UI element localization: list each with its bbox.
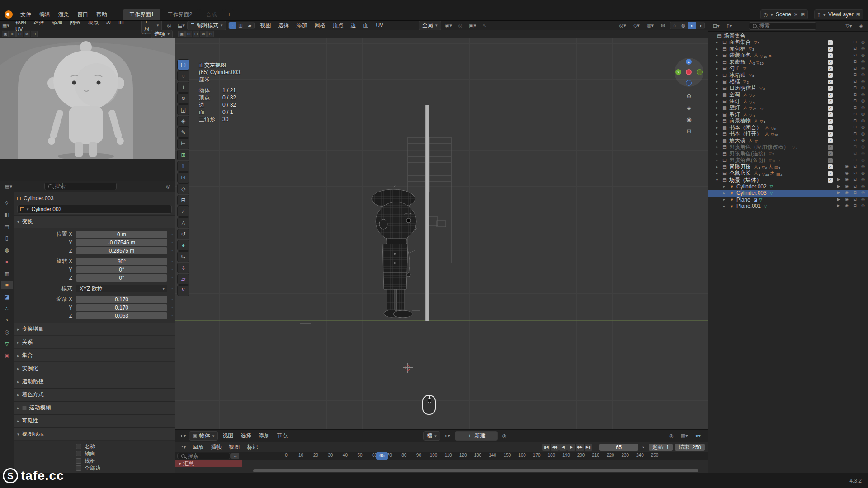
topbar-menu[interactable]: 渲染 (54, 10, 73, 19)
render-disable-icon[interactable]: ◎ (859, 66, 867, 71)
tool-option-button[interactable]: ⊡ (207, 31, 214, 37)
checkbox[interactable]: ✓ (76, 451, 81, 456)
viewport-menu[interactable]: 选择 (274, 21, 292, 29)
falloff-icon[interactable]: ∿ (480, 23, 489, 28)
workspace-tab[interactable]: 工作界面1 (123, 9, 160, 20)
expand-arrow[interactable]: ▸ (716, 119, 722, 123)
tool-button[interactable]: ∕ (177, 206, 189, 217)
expand-arrow[interactable]: ▸ (716, 132, 722, 136)
exclude-checkbox[interactable]: ✓ (828, 53, 833, 58)
render-disable-icon[interactable]: ◎ (859, 145, 867, 150)
render-disable-icon[interactable]: ◎ (859, 92, 867, 98)
pin-icon[interactable]: ◎ (500, 433, 509, 439)
viewport-disable-icon[interactable]: ⊡ (851, 184, 859, 189)
shader-menu[interactable]: 添加 (255, 432, 273, 440)
snap-mode-icon[interactable]: ▦▾ (679, 433, 690, 439)
properties-tab[interactable]: ■ (1, 281, 13, 289)
exclude-checkbox[interactable]: ✓ (828, 112, 833, 117)
exclude-checkbox[interactable]: ✓ (828, 40, 833, 45)
outliner-row[interactable]: ▸ Cylinder.002 ▽ ✓ ▶ ◉ ⊡ ◎ (708, 183, 868, 190)
viewport-disable-icon[interactable]: ⊡ (851, 138, 859, 143)
animate-dot[interactable]: ◦ (169, 314, 175, 318)
tool-button[interactable]: ◈ (177, 116, 189, 127)
selectable-icon[interactable]: ▶ (835, 197, 842, 202)
viewport-menu[interactable]: 面 (359, 21, 372, 29)
viewport-disable-icon[interactable]: ⊡ (851, 112, 859, 117)
checkbox[interactable]: ✓ (76, 444, 81, 449)
snap-target-icon[interactable]: ◉▾ (443, 23, 454, 28)
viewport-disable-icon[interactable]: ⊡ (851, 197, 859, 202)
viewport-disable-icon[interactable]: ⊡ (851, 151, 859, 156)
exclude-checkbox[interactable]: ✓ (828, 106, 833, 111)
exclude-checkbox[interactable]: ✓ (828, 93, 833, 98)
new-viewlayer-icon[interactable]: ⊞ (856, 12, 860, 18)
tool-option-button[interactable]: ⊡ (31, 31, 38, 37)
hide-eye-icon[interactable]: ◉ (843, 190, 850, 196)
tool-button[interactable]: ⇧ (177, 161, 189, 172)
shader-menu[interactable]: 节点 (273, 432, 291, 440)
slot-dropdown[interactable]: 槽▾ (423, 431, 440, 441)
topbar-menu[interactable]: 窗口 (73, 10, 92, 19)
viewport-disable-icon[interactable]: ⊡ (851, 203, 859, 209)
viewport-canvas[interactable]: ▢◌+↻◱◈✎⊢⊞⇧⊡◇⊟∕△↺●⇆⇕▱⊻ 正交左视图 (65) Cylinde… (175, 38, 708, 429)
topbar-menu[interactable]: 文件 (16, 10, 35, 19)
xray-toggle-icon[interactable]: ⊠ (659, 23, 667, 28)
tool-option-button[interactable]: ▣ (178, 31, 185, 37)
tool-option-button[interactable]: ⊠ (24, 31, 30, 37)
hide-eye-icon[interactable]: ◉ (843, 177, 850, 183)
object-name-field[interactable]: ▾ Cylinder.003 (17, 205, 172, 214)
viewport-disable-icon[interactable]: ⊡ (851, 99, 859, 104)
editor-type-icon[interactable]: ⬓▾ (175, 23, 187, 28)
timeline-menu[interactable]: 标记 (243, 443, 261, 451)
render-disable-icon[interactable]: ◎ (859, 177, 867, 183)
collapsed-section[interactable]: ▸ 着色方式 (14, 388, 175, 401)
outliner-row[interactable]: ▾ 场景（墙体） ✓ ▶ ◉ ⊡ ◎ (708, 177, 868, 183)
expand-arrow[interactable]: ▸ (716, 126, 722, 130)
tool-button[interactable]: ⊻ (177, 285, 189, 296)
section-transform[interactable]: ▾变换 (14, 215, 175, 228)
timeline-menu[interactable]: 插帧 (207, 443, 225, 451)
render-disable-icon[interactable]: ◎ (859, 53, 867, 58)
overlay-toggle-icon[interactable]: ●▾ (693, 433, 703, 439)
exclude-checkbox[interactable]: ✓ (828, 80, 833, 84)
render-disable-icon[interactable]: ◎ (859, 99, 867, 104)
tool-button[interactable]: ⊢ (177, 138, 189, 149)
pin-icon[interactable]: ◎ (164, 183, 173, 189)
expand-arrow[interactable]: ▸ (723, 184, 729, 188)
properties-tab[interactable]: ▽ (1, 339, 13, 348)
tool-button[interactable]: + (177, 82, 189, 93)
shader-menu[interactable]: 选择 (237, 432, 255, 440)
topbar-menu[interactable]: 编辑 (35, 10, 54, 19)
collapsed-section[interactable]: ▸ 运动路径 (14, 375, 175, 388)
hide-eye-icon[interactable]: ◉ (843, 164, 850, 169)
viewport-menu[interactable]: 选择 (30, 21, 48, 26)
value-field[interactable]: 90° (76, 258, 167, 265)
falloff-icon[interactable]: ◠ (140, 31, 149, 37)
properties-tab[interactable]: ◔ (1, 316, 13, 324)
expand-arrow[interactable]: ▸ (723, 191, 729, 195)
render-disable-icon[interactable]: ◎ (859, 171, 867, 176)
frame-start-field[interactable]: 起始1 (649, 444, 673, 451)
render-disable-icon[interactable]: ◎ (859, 158, 867, 163)
select-mode-button[interactable]: ∙ (229, 22, 236, 29)
collapsed-section[interactable]: ▸ 集合 (14, 349, 175, 362)
render-disable-icon[interactable]: ◎ (859, 184, 867, 189)
render-disable-icon[interactable]: ◎ (859, 151, 867, 156)
render-disable-icon[interactable]: ◎ (859, 59, 867, 65)
expand-arrow[interactable]: ▸ (723, 197, 729, 202)
value-field[interactable]: 0.170 (76, 296, 167, 303)
editor-type-icon[interactable]: ◐▾ (178, 433, 188, 439)
tool-button[interactable]: ◱ (177, 104, 189, 115)
orientation-dropdown[interactable]: 全局▾ (419, 21, 441, 30)
timeline-menu[interactable]: 视图 (225, 443, 243, 451)
mode-dropdown[interactable]: 编辑模式▾ (187, 21, 226, 30)
shading-mode-button[interactable]: ◌ (670, 22, 679, 29)
horizontal-scrollbar[interactable] (253, 469, 698, 472)
expand-arrow[interactable]: ▸ (716, 40, 722, 44)
shading-mode-button[interactable]: ◐ (688, 22, 696, 29)
tool-option-button[interactable]: ⊟ (16, 31, 23, 37)
viewport-disable-icon[interactable]: ⊡ (851, 85, 859, 91)
topbar-menu[interactable]: 帮助 (92, 10, 111, 19)
expand-arrow[interactable]: ▸ (716, 99, 722, 103)
tool-button[interactable]: ⇕ (177, 263, 189, 273)
